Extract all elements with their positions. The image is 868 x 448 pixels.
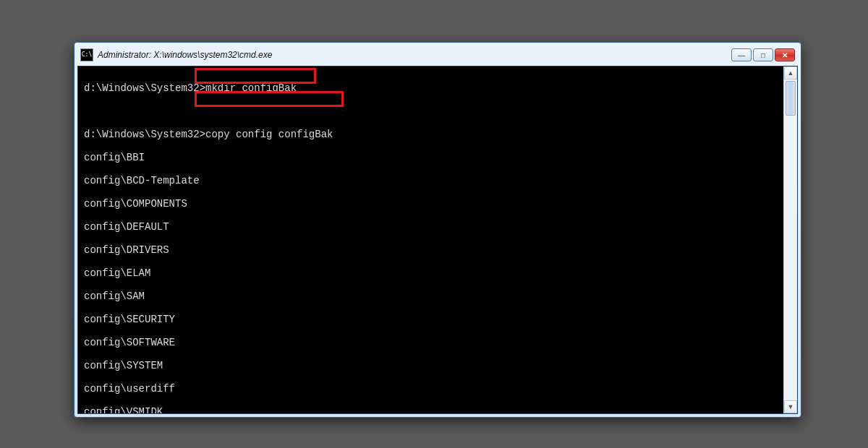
scroll-down-button[interactable]: ▼ [784, 400, 797, 413]
scroll-up-button[interactable]: ▲ [784, 66, 797, 79]
prompt: d:\Windows\System32> [84, 129, 205, 140]
minimize-button[interactable]: — [731, 48, 752, 61]
command-copy: copy config configBak [205, 129, 333, 140]
terminal-output[interactable]: d:\Windows\System32>mkdir configBak d:\W… [78, 66, 784, 413]
prompt: d:\Windows\System32> [84, 82, 205, 94]
window-controls: — □ ✕ [731, 48, 795, 61]
output-line: config\userdiff [84, 383, 778, 395]
titlebar[interactable]: C:\ Administrator: X:\windows\system32\c… [77, 46, 798, 66]
output-line: config\SYSTEM [84, 360, 778, 371]
output-line: config\VSMIDK [84, 406, 778, 414]
client-area: d:\Windows\System32>mkdir configBak d:\W… [77, 66, 798, 414]
output-line: config\DEFAULT [84, 221, 778, 233]
maximize-button[interactable]: □ [753, 48, 773, 61]
vertical-scrollbar[interactable]: ▲ ▼ [783, 66, 797, 413]
output-line: config\BBI [84, 152, 778, 163]
cmd-icon: C:\ [80, 48, 93, 61]
scrollbar-track[interactable] [784, 79, 797, 400]
scrollbar-thumb[interactable] [786, 81, 796, 116]
output-line: config\COMPONENTS [84, 198, 778, 210]
close-button[interactable]: ✕ [775, 48, 795, 61]
cmd-window: C:\ Administrator: X:\windows\system32\c… [74, 42, 801, 418]
command-mkdir: mkdir configBak [205, 82, 297, 94]
output-line: config\ELAM [84, 267, 778, 279]
output-line: config\SECURITY [84, 314, 778, 325]
output-line: config\DRIVERS [84, 244, 778, 256]
window-title: Administrator: X:\windows\system32\cmd.e… [98, 50, 731, 60]
output-line: config\SAM [84, 290, 778, 302]
output-line: config\SOFTWARE [84, 337, 778, 348]
output-line: config\BCD-Template [84, 175, 778, 186]
